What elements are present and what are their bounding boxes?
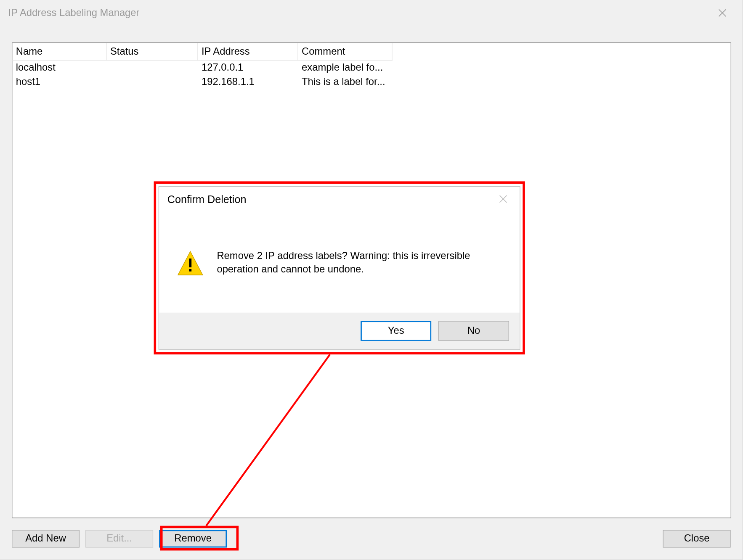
- dialog-title: Confirm Deletion: [167, 194, 247, 206]
- confirm-deletion-dialog: Confirm Deletion Remove 2 IP address lab…: [159, 186, 520, 350]
- svg-rect-5: [189, 259, 192, 267]
- cell-status: [106, 61, 198, 75]
- remove-button[interactable]: Remove: [159, 530, 227, 547]
- cell-ip: 127.0.0.1: [198, 61, 298, 75]
- column-header-name[interactable]: Name: [12, 43, 106, 61]
- yes-button[interactable]: Yes: [361, 321, 431, 341]
- add-new-button[interactable]: Add New: [12, 530, 80, 547]
- window-close-button[interactable]: [711, 4, 734, 22]
- table-row[interactable]: host1 192.168.1.1 This is a label for...: [12, 75, 730, 89]
- dialog-message: Remove 2 IP address labels? Warning: thi…: [217, 250, 494, 277]
- cell-comment: example label fo...: [298, 61, 393, 75]
- close-button[interactable]: Close: [663, 530, 731, 547]
- column-header-ip[interactable]: IP Address: [198, 43, 298, 61]
- ip-labeling-manager-window: IP Address Labeling Manager Name Status …: [0, 0, 743, 560]
- no-button[interactable]: No: [438, 321, 509, 341]
- cell-ip: 192.168.1.1: [198, 75, 298, 89]
- edit-button: Edit...: [85, 530, 153, 547]
- titlebar: IP Address Labeling Manager: [0, 0, 743, 26]
- warning-icon: [177, 250, 204, 276]
- spacer: [233, 530, 657, 552]
- table-row[interactable]: localhost 127.0.0.1 example label fo...: [12, 61, 730, 75]
- dialog-footer: Yes No: [159, 313, 520, 349]
- cell-name: host1: [12, 75, 106, 89]
- column-header-comment[interactable]: Comment: [298, 43, 393, 61]
- button-row: Add New Edit... Remove Close: [12, 530, 731, 552]
- close-icon: [718, 9, 727, 17]
- listview-header: Name Status IP Address Comment: [12, 43, 730, 61]
- column-header-status[interactable]: Status: [106, 43, 198, 61]
- window-title: IP Address Labeling Manager: [8, 7, 140, 19]
- dialog-close-button[interactable]: [491, 190, 515, 208]
- cell-status: [106, 75, 198, 89]
- cell-comment: This is a label for...: [298, 75, 393, 89]
- cell-name: localhost: [12, 61, 106, 75]
- svg-rect-6: [189, 269, 192, 272]
- close-icon: [499, 195, 507, 203]
- dialog-body: Remove 2 IP address labels? Warning: thi…: [159, 214, 520, 312]
